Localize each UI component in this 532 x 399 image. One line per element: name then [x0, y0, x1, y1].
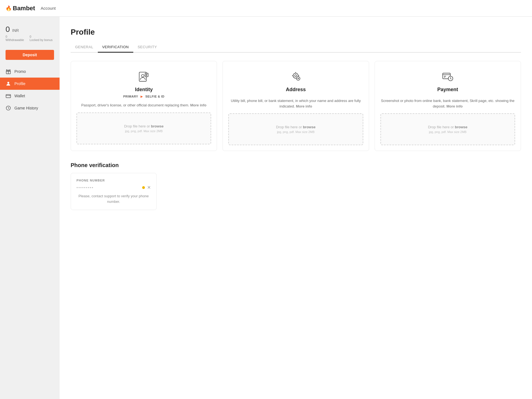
address-card-title: Address — [286, 87, 306, 93]
identity-drop-zone[interactable]: Drop file here or browse jpg, png, pdf. … — [76, 112, 211, 144]
phone-section-title: Phone verification — [71, 162, 521, 168]
address-drop-text: Drop file here or browse — [234, 125, 357, 129]
phone-section: Phone verification PHONE NUMBER ••••••••… — [71, 162, 521, 210]
identity-badges: PRIMARY ► SELFIE & ID — [123, 94, 165, 99]
payment-drop-text: Drop file here or browse — [387, 125, 509, 129]
balance-display: 0 INR — [6, 25, 54, 34]
locked-item: 0 Locked by bonus — [30, 35, 53, 42]
phone-card: PHONE NUMBER ••••••••• ✕ Please, contact… — [71, 173, 157, 210]
phone-clear-button[interactable]: ✕ — [147, 185, 151, 190]
clock-icon — [6, 105, 11, 111]
tab-general[interactable]: GENERAL — [71, 42, 98, 53]
gift-icon — [6, 69, 11, 74]
payment-drop-zone[interactable]: Drop file here or browse jpg, png, pdf. … — [380, 113, 515, 145]
svg-point-1 — [7, 82, 9, 84]
sidebar-nav: Promo Profile — [0, 65, 60, 114]
sidebar-item-game-history[interactable]: Game History — [0, 102, 60, 114]
phone-input-row: ••••••••• ✕ — [76, 185, 151, 190]
payment-card-title: Payment — [437, 87, 458, 93]
identity-desc: Passport, driver's license, or other off… — [81, 103, 206, 108]
identity-card: Identity PRIMARY ► SELFIE & ID Passport,… — [71, 61, 217, 151]
sidebar-item-promo-label: Promo — [14, 69, 26, 74]
svg-point-5 — [142, 75, 144, 77]
sidebar-item-profile[interactable]: Profile — [0, 78, 60, 90]
sidebar-item-promo[interactable]: Promo — [0, 65, 60, 78]
tab-security[interactable]: SECURITY — [133, 42, 162, 53]
identity-drop-text: Drop file here or browse — [83, 124, 205, 128]
address-drop-hint: jpg, png, pdf. Max size 2MB — [234, 130, 357, 134]
payment-icon — [441, 70, 455, 83]
balance-details: 0 Withdrawable 0 Locked by bonus — [6, 35, 54, 42]
sidebar-item-wallet[interactable]: Wallet — [0, 90, 60, 102]
deposit-button[interactable]: Deposit — [6, 50, 54, 60]
header-nav: Account — [41, 6, 56, 11]
phone-label: PHONE NUMBER — [76, 179, 151, 182]
sidebar: 0 INR 0 Withdrawable 0 Locked by bonus D… — [0, 17, 60, 399]
phone-number-display: ••••••••• — [76, 185, 140, 190]
logo-text: Bambet — [13, 5, 35, 12]
badge-primary: PRIMARY — [123, 95, 138, 98]
balance-amount: 0 — [6, 25, 10, 34]
sidebar-item-game-history-label: Game History — [14, 106, 38, 110]
badge-selfie: SELFIE & ID — [145, 95, 164, 98]
identity-more-info[interactable]: More info — [190, 103, 207, 107]
payment-desc: Screenshot or photo from online bank, ba… — [380, 98, 515, 109]
page-title: Profile — [71, 28, 521, 37]
phone-status-dot — [142, 186, 145, 189]
logo[interactable]: 🔥 Bambet — [6, 5, 35, 12]
balance-section: 0 INR 0 Withdrawable 0 Locked by bonus — [0, 22, 60, 47]
identity-drop-hint: jpg, png, pdf. Max size 2MB — [83, 129, 205, 133]
user-icon — [6, 81, 11, 86]
verification-cards: Identity PRIMARY ► SELFIE & ID Passport,… — [71, 61, 521, 151]
sidebar-item-profile-label: Profile — [14, 81, 25, 86]
address-more-info[interactable]: More info — [296, 104, 312, 108]
logo-flame-icon: 🔥 — [6, 5, 12, 11]
payment-card: Payment Screenshot or photo from online … — [375, 61, 521, 151]
header: 🔥 Bambet Account — [0, 0, 532, 17]
wallet-icon — [6, 93, 11, 99]
svg-rect-2 — [6, 94, 11, 98]
identity-icon — [137, 70, 151, 83]
phone-support-text: Please, contact support to verify your p… — [76, 193, 151, 204]
tabs-bar: GENERAL VERIFICATION SECURITY — [71, 42, 521, 53]
identity-card-title: Identity — [135, 87, 153, 93]
badge-arrow-icon: ► — [140, 94, 144, 99]
layout: 0 INR 0 Withdrawable 0 Locked by bonus D… — [0, 17, 532, 399]
address-icon — [289, 70, 303, 83]
payment-drop-hint: jpg, png, pdf. Max size 2MB — [387, 130, 509, 134]
address-drop-zone[interactable]: Drop file here or browse jpg, png, pdf. … — [228, 113, 363, 145]
address-desc: Utility bill, phone bill, or bank statem… — [228, 98, 363, 109]
balance-currency: INR — [12, 28, 19, 33]
withdrawable-item: 0 Withdrawable — [6, 35, 24, 42]
address-card: Address Utility bill, phone bill, or ban… — [222, 61, 369, 151]
sidebar-item-wallet-label: Wallet — [14, 94, 25, 98]
main-content: Profile GENERAL VERIFICATION SECURITY — [60, 17, 532, 399]
svg-point-8 — [295, 75, 297, 77]
tab-verification[interactable]: VERIFICATION — [98, 42, 133, 53]
payment-more-info[interactable]: More info — [446, 104, 463, 108]
